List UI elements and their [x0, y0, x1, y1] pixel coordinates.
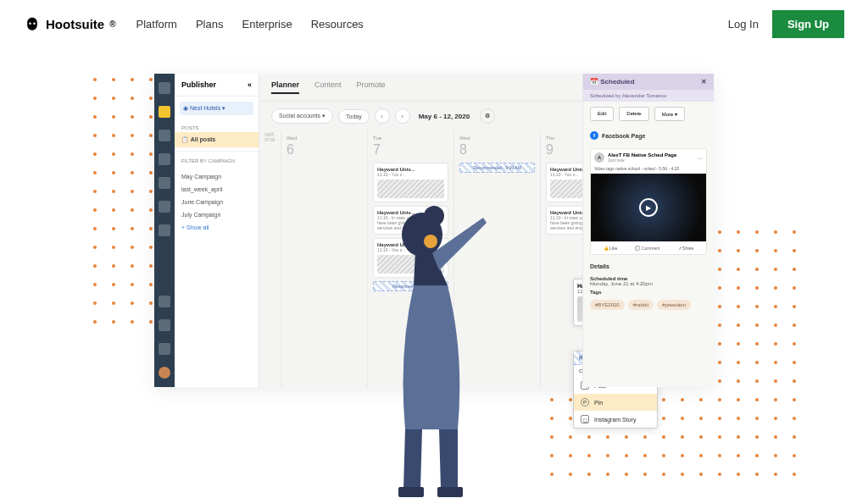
- logo[interactable]: Hootsuite®: [24, 16, 116, 33]
- tab-planner[interactable]: Planner: [271, 80, 299, 94]
- app-screenshot: Publisher« ◉ Nest Hotels ▾ POSTS 📋 All p…: [154, 74, 714, 387]
- post-card[interactable]: Hayward Univ...11:10 - In case you misse…: [373, 206, 448, 235]
- sidebar: Publisher« ◉ Nest Hotels ▾ POSTS 📋 All p…: [175, 74, 259, 387]
- nav-platform[interactable]: Platform: [136, 18, 177, 30]
- rail-icon[interactable]: [159, 153, 170, 165]
- close-icon[interactable]: ✕: [701, 78, 707, 86]
- facebook-icon: f: [590, 131, 598, 140]
- edit-button[interactable]: Edit: [590, 107, 614, 121]
- avatar: A: [594, 152, 604, 163]
- nav-plans[interactable]: Plans: [196, 18, 224, 30]
- post-caption: Video tags native school - sched - 5:56 …: [591, 166, 706, 174]
- day-column: Wed6: [281, 130, 368, 387]
- sidebar-title: Publisher: [181, 80, 216, 89]
- tab-promote[interactable]: Promote: [357, 80, 386, 94]
- delete-button[interactable]: Delete: [619, 107, 648, 121]
- top-nav: Hootsuite® Platform Plans Enterprise Res…: [0, 0, 868, 48]
- posts-label: POSTS: [175, 120, 259, 132]
- rail-icon[interactable]: [159, 296, 170, 307]
- create-pin-option[interactable]: PPin: [574, 394, 657, 411]
- sidebar-all-posts[interactable]: 📋 All posts: [175, 132, 259, 147]
- nav-enterprise[interactable]: Enterprise: [242, 18, 292, 30]
- collapse-icon[interactable]: «: [248, 80, 252, 89]
- create-story-option[interactable]: ◻Instagram Story: [574, 411, 657, 428]
- video-preview[interactable]: ▶: [591, 174, 706, 241]
- rail-icon-avatar[interactable]: [159, 367, 170, 379]
- left-rail: [154, 74, 175, 387]
- scheduled-by: Scheduled by Alexander Tomanov: [583, 90, 714, 102]
- tags: #BYE2020 #rabbit #president: [583, 296, 714, 313]
- like-button[interactable]: 👍 Like: [604, 246, 618, 251]
- more-button[interactable]: More ▾: [654, 107, 685, 121]
- rail-icon[interactable]: [159, 201, 170, 213]
- svg-rect-4: [437, 487, 463, 497]
- share-button[interactable]: ↗ Share: [678, 246, 694, 251]
- play-icon: ▶: [639, 198, 658, 217]
- post-card[interactable]: Hayward Univ...11:10 - You s...: [373, 238, 448, 278]
- signup-button[interactable]: Sign Up: [772, 10, 844, 38]
- owl-icon: [24, 16, 41, 33]
- svg-rect-3: [398, 487, 424, 497]
- fb-section: fFacebook Page: [583, 126, 714, 145]
- next-button[interactable]: ›: [395, 108, 410, 124]
- timezone-label: GMT-07:00: [259, 130, 281, 144]
- details-header: Details: [583, 258, 714, 274]
- pinterest-icon: P: [581, 398, 589, 407]
- gear-icon[interactable]: ⚙: [480, 108, 495, 124]
- rail-icon[interactable]: [159, 319, 170, 331]
- social-accounts-dropdown[interactable]: Social accounts ▾: [271, 108, 333, 124]
- tag[interactable]: #rabbit: [628, 300, 654, 310]
- more-icon[interactable]: ⋯: [698, 155, 703, 161]
- campaign-item[interactable]: last_week_april: [175, 183, 259, 196]
- rail-icon[interactable]: [159, 224, 170, 236]
- post-preview: A AlexT FB Native Sched PageJust now ⋯ V…: [590, 148, 707, 255]
- rail-icon-help[interactable]: [159, 343, 170, 355]
- login-link[interactable]: Log In: [728, 18, 759, 30]
- tag[interactable]: #BYE2020: [590, 300, 625, 310]
- campaign-item[interactable]: May Campaign: [175, 170, 259, 183]
- campaign-item[interactable]: June Campaign: [175, 196, 259, 208]
- filter-label: FILTER BY CAMPAIGN: [175, 151, 259, 170]
- rail-icon-publisher[interactable]: [159, 106, 170, 118]
- campaign-item[interactable]: July Campaign: [175, 208, 259, 221]
- recommended-slot[interactable]: Recommended - ...: [373, 281, 448, 291]
- account-select[interactable]: ◉ Nest Hotels ▾: [180, 102, 253, 115]
- recommended-slot[interactable]: Recommended - 9:00 AM: [459, 163, 535, 173]
- details-panel: 📅 Scheduled✕ Scheduled by Alexander Toma…: [582, 74, 714, 387]
- instagram-icon: ◻: [581, 415, 589, 423]
- tab-content[interactable]: Content: [314, 80, 342, 94]
- post-card[interactable]: Hayward Univ...11:10 - You s...: [373, 163, 448, 202]
- rail-icon[interactable]: [159, 82, 170, 94]
- day-column: Tue7 Hayward Univ...11:10 - You s... Hay…: [368, 130, 454, 387]
- today-button[interactable]: Today: [338, 109, 370, 124]
- show-all-link[interactable]: + Show all: [175, 221, 259, 234]
- day-column: Wed8 Recommended - 9:00 AM: [454, 130, 541, 387]
- hero: Publisher« ◉ Nest Hotels ▾ POSTS 📋 All p…: [0, 48, 868, 498]
- tag[interactable]: #president: [657, 300, 691, 310]
- nav-resources[interactable]: Resources: [311, 18, 364, 30]
- rail-icon[interactable]: [159, 130, 170, 141]
- logo-text: Hootsuite: [46, 17, 104, 31]
- date-range: May 6 - 12, 2020: [419, 113, 470, 120]
- comment-button[interactable]: 💬 Comment: [635, 246, 659, 251]
- rail-icon[interactable]: [159, 177, 170, 189]
- prev-button[interactable]: ‹: [375, 108, 390, 124]
